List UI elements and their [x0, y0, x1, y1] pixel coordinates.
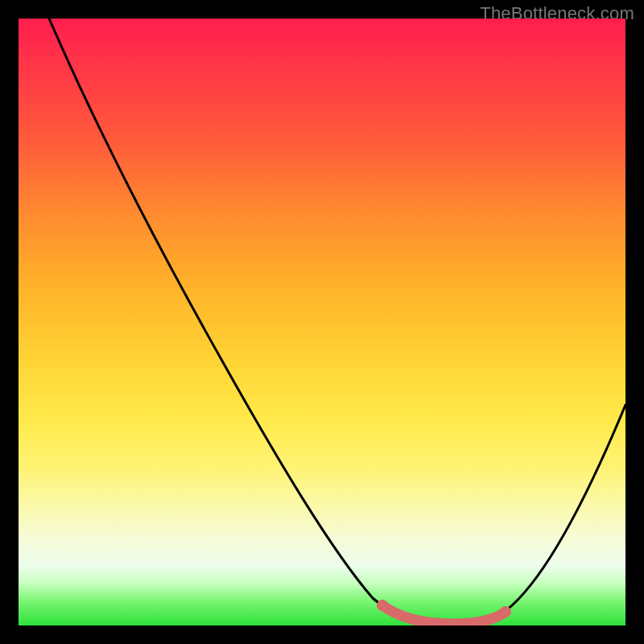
highlight-dot-left	[377, 600, 388, 611]
optimal-range-highlight	[382, 605, 506, 624]
chart-stage: TheBottleneck.com	[0, 0, 644, 644]
highlight-dot-right	[500, 606, 511, 617]
bottleneck-curve-path	[49, 19, 625, 624]
plot-area	[19, 19, 625, 625]
curve-layer	[19, 19, 625, 625]
